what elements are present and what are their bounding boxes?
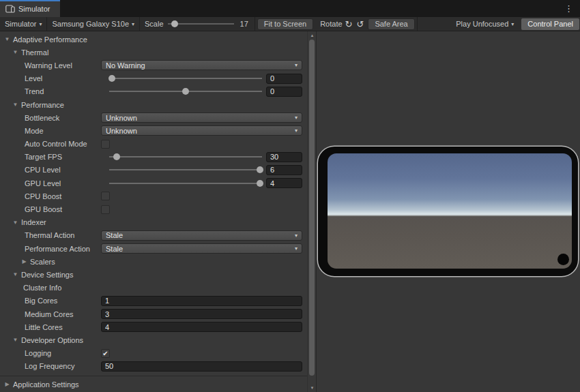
- tab-simulator[interactable]: Simulator: [0, 0, 60, 17]
- slider-thumb[interactable]: [113, 153, 120, 160]
- kebab-menu-icon[interactable]: ⋮: [562, 0, 576, 17]
- control-thermal-action: Stale▾: [101, 230, 302, 241]
- logging-checkbox[interactable]: ✔: [101, 349, 110, 358]
- gpu-level-slider[interactable]: [109, 179, 262, 187]
- label-thermal[interactable]: Thermal: [21, 48, 48, 57]
- scrollbar-thumb[interactable]: [309, 40, 315, 376]
- label-adaptive-performance[interactable]: Adaptive Performance: [13, 35, 87, 44]
- control-medium-cores: [101, 309, 302, 319]
- device-selector-dropdown[interactable]: Samsung Galaxy S10e ▾: [47, 17, 139, 31]
- control-trend: [101, 87, 302, 97]
- device-screen-preview[interactable]: [328, 153, 572, 269]
- control-auto-control-mode: [101, 140, 302, 149]
- control-panel-button[interactable]: Control Panel: [521, 18, 580, 31]
- play-unfocused-dropdown[interactable]: Play Unfocused ▾: [451, 17, 519, 31]
- control-target-fps: [101, 152, 302, 162]
- cpu-boost-checkbox[interactable]: [101, 192, 110, 200]
- checkmark-icon: ✔: [102, 350, 108, 357]
- row-mode: ModeUnknown▾: [0, 124, 307, 137]
- label-bottleneck: Bottleneck: [25, 114, 59, 122]
- control-mode: Unknown▾: [101, 125, 302, 136]
- panel-scrollbar[interactable]: ▲ ▼: [307, 31, 316, 392]
- target-fps-slider[interactable]: [109, 153, 262, 161]
- foldout-closed-icon[interactable]: ▶: [20, 258, 28, 265]
- scroll-up-icon[interactable]: ▲: [308, 33, 317, 37]
- rotate-counterclockwise-icon[interactable]: ↺: [354, 20, 366, 29]
- label-device-settings[interactable]: Device Settings: [21, 271, 73, 279]
- label-trend: Trend: [25, 87, 44, 95]
- gpu-level-value-field[interactable]: [266, 178, 302, 188]
- foldout-open-icon[interactable]: ▼: [12, 220, 19, 226]
- slider-thumb[interactable]: [257, 180, 263, 187]
- thermal-action-dropdown[interactable]: Stale▾: [101, 230, 302, 241]
- foldout-open-icon[interactable]: ▼: [12, 271, 19, 277]
- slider-track[interactable]: [109, 78, 262, 79]
- label-cpu-boost: CPU Boost: [25, 192, 61, 200]
- foldout-open-icon[interactable]: ▼: [12, 102, 19, 108]
- label-big-cores: Big Cores: [25, 297, 57, 305]
- row-developer-options: ▼Developer Options: [0, 333, 307, 346]
- slider-thumb[interactable]: [257, 166, 263, 173]
- label-scalers[interactable]: Scalers: [30, 258, 55, 266]
- label-target-fps: Target FPS: [25, 153, 62, 161]
- rotate-clockwise-icon[interactable]: ↻: [343, 20, 355, 29]
- little-cores-field[interactable]: [101, 322, 302, 332]
- slider-thumb[interactable]: [182, 88, 189, 95]
- level-slider[interactable]: [109, 74, 262, 82]
- row-bottleneck: BottleneckUnknown▾: [0, 111, 307, 124]
- control-cpu-boost: [101, 192, 302, 200]
- level-value-field[interactable]: [266, 74, 302, 84]
- dropdown-value: Unknown: [106, 127, 137, 135]
- auto-control-mode-checkbox[interactable]: [101, 140, 110, 149]
- safe-area-button[interactable]: Safe Area: [368, 18, 414, 30]
- simulator-menu-dropdown[interactable]: Simulator ▾: [0, 17, 46, 31]
- mode-dropdown[interactable]: Unknown▾: [101, 125, 302, 136]
- performance-action-dropdown[interactable]: Stale▾: [101, 243, 302, 254]
- medium-cores-field[interactable]: [101, 309, 302, 319]
- dropdown-value: Stale: [106, 245, 123, 253]
- control-logging: ✔: [101, 349, 302, 358]
- chevron-down-icon: ▾: [295, 127, 298, 134]
- log-frequency-field[interactable]: [101, 361, 302, 372]
- cpu-level-value-field[interactable]: [266, 165, 302, 175]
- label-performance-action: Performance Action: [25, 245, 90, 253]
- scroll-down-icon[interactable]: ▼: [308, 386, 317, 390]
- row-cpu-level: CPU Level: [0, 164, 307, 177]
- chevron-down-icon: ▾: [132, 21, 134, 27]
- target-fps-value-field[interactable]: [266, 152, 302, 162]
- warning-level-dropdown[interactable]: No Warning▾: [101, 60, 302, 70]
- row-medium-cores: Medium Cores: [0, 307, 307, 320]
- device-viewport: [317, 31, 580, 392]
- big-cores-field[interactable]: [101, 296, 302, 306]
- row-device-settings: ▼Device Settings: [0, 268, 307, 281]
- slider-track[interactable]: [109, 156, 262, 157]
- gpu-boost-checkbox[interactable]: [101, 205, 110, 214]
- label-application-settings[interactable]: Application Settings: [13, 380, 79, 389]
- label-indexer[interactable]: Indexer: [21, 218, 46, 226]
- row-trend: Trend: [0, 85, 307, 98]
- control-panel-pane: ▼Adaptive Performance▼ThermalWarning Lev…: [0, 31, 307, 392]
- slider-thumb[interactable]: [108, 75, 115, 82]
- foldout-open-icon[interactable]: ▼: [12, 49, 19, 55]
- foldout-closed-icon[interactable]: ▶: [3, 381, 11, 387]
- dropdown-value: Unknown: [106, 114, 137, 122]
- scale-slider-thumb[interactable]: [171, 20, 178, 27]
- row-logging: Logging✔: [0, 347, 307, 360]
- control-gpu-boost: [101, 205, 302, 214]
- foldout-open-icon[interactable]: ▼: [3, 36, 11, 42]
- cpu-level-slider[interactable]: [109, 166, 262, 174]
- scale-slider[interactable]: [168, 20, 234, 28]
- slider-track[interactable]: [109, 183, 262, 184]
- trend-slider[interactable]: [109, 87, 262, 95]
- label-developer-options[interactable]: Developer Options: [21, 336, 83, 344]
- label-logging: Logging: [25, 349, 51, 357]
- fit-to-screen-button[interactable]: Fit to Screen: [257, 18, 313, 30]
- trend-value-field[interactable]: [266, 87, 302, 97]
- chevron-down-icon: ▾: [295, 232, 298, 239]
- control-bottleneck: Unknown▾: [101, 112, 302, 123]
- label-performance[interactable]: Performance: [21, 101, 64, 109]
- foldout-open-icon[interactable]: ▼: [12, 337, 19, 343]
- control-log-frequency: [101, 361, 302, 372]
- slider-track[interactable]: [109, 169, 262, 170]
- bottleneck-dropdown[interactable]: Unknown▾: [101, 112, 302, 123]
